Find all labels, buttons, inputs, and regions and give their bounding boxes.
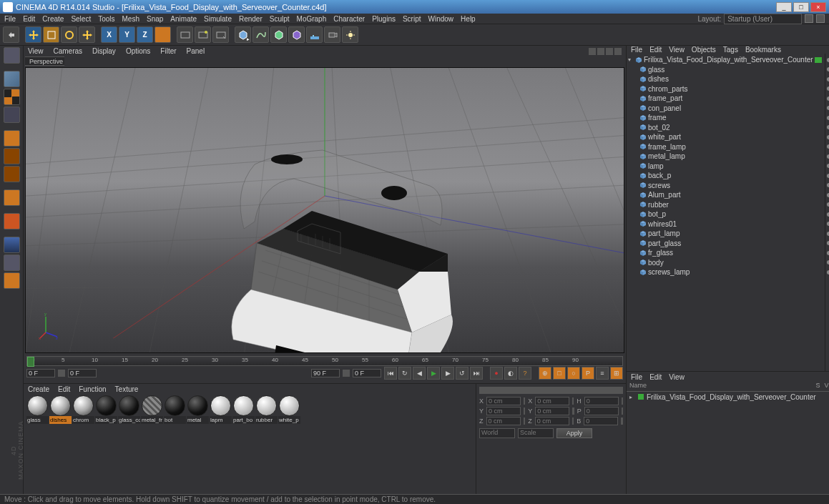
- viewport-3d[interactable]: y z x: [25, 67, 624, 353]
- key-pla-button[interactable]: ≡: [596, 367, 609, 380]
- menu-snap[interactable]: Snap: [147, 15, 163, 23]
- matmenu-function[interactable]: Function: [79, 385, 106, 393]
- menu-mesh[interactable]: Mesh: [122, 15, 139, 23]
- generator-button[interactable]: [270, 26, 287, 43]
- rotate-tool[interactable]: [61, 26, 77, 43]
- vis-dot[interactable]: [827, 116, 829, 120]
- vpmenu-cameras[interactable]: Cameras: [54, 47, 83, 55]
- vis-dot[interactable]: [827, 154, 829, 159]
- vp-nav-icon3[interactable]: [606, 48, 613, 55]
- timeline-slider2[interactable]: [343, 370, 350, 377]
- tree-item-part_lamp[interactable]: part_lamp: [627, 229, 825, 239]
- tree-item-rubber[interactable]: rubber: [627, 200, 825, 210]
- menu-create[interactable]: Create: [42, 15, 64, 23]
- polygon-mode-button[interactable]: [4, 166, 20, 182]
- vis-dot[interactable]: [827, 106, 829, 110]
- expand-icon[interactable]: ▸: [629, 394, 635, 400]
- timeline-start-input[interactable]: [26, 369, 55, 377]
- layout-icon1[interactable]: [805, 14, 813, 23]
- key-opts-button[interactable]: ⊞: [610, 367, 623, 380]
- tree-item-glass[interactable]: glass: [627, 65, 825, 75]
- rot-p-input[interactable]: [584, 407, 619, 415]
- expand-icon[interactable]: ▾: [628, 56, 634, 63]
- tree-item-Frilixa_Vista_Food_Display_with_Serveover_Counter[interactable]: ▾Frilixa_Vista_Food_Display_with_Serveov…: [627, 55, 825, 65]
- tree-item-back_p[interactable]: back_p: [627, 171, 825, 181]
- vp-nav-icon2[interactable]: [597, 48, 604, 55]
- vp-nav-icon1[interactable]: [589, 48, 596, 55]
- maximize-button[interactable]: □: [793, 2, 809, 12]
- menu-edit[interactable]: Edit: [23, 15, 35, 23]
- undo-button[interactable]: [3, 26, 19, 43]
- primitive-cube-button[interactable]: ▸: [235, 26, 251, 43]
- size-y-input[interactable]: [535, 407, 569, 415]
- goto-start-button[interactable]: ⏮: [384, 367, 397, 380]
- tree-item-white_part[interactable]: white_part: [627, 132, 825, 142]
- rot-h-input[interactable]: [584, 397, 619, 405]
- autokey-button[interactable]: ◐: [504, 367, 517, 380]
- vis-dot[interactable]: [827, 164, 829, 168]
- vis-dot[interactable]: [827, 202, 829, 207]
- render-settings-button[interactable]: [212, 26, 229, 43]
- planar-wp-button[interactable]: [4, 272, 20, 289]
- vis-dot[interactable]: [827, 241, 829, 245]
- prev-frame-button[interactable]: ◀: [413, 367, 426, 380]
- key-scale-button[interactable]: □: [553, 367, 566, 380]
- vis-dot[interactable]: [827, 251, 829, 255]
- menu-tools[interactable]: Tools: [98, 15, 114, 23]
- size-z-input[interactable]: [535, 417, 569, 425]
- material-glass[interactable]: glass: [26, 395, 49, 424]
- tree-item-metal_lamp[interactable]: metal_lamp: [627, 152, 825, 162]
- key-rot-button[interactable]: ○: [567, 367, 580, 380]
- key-pos-button[interactable]: ⊕: [539, 367, 551, 380]
- next-frame-button[interactable]: ▶: [441, 367, 454, 380]
- vpmenu-view[interactable]: View: [28, 47, 44, 55]
- coord-z-input[interactable]: [486, 417, 521, 425]
- timeline-curend-input[interactable]: [353, 369, 381, 377]
- matmenu-edit[interactable]: Edit: [58, 385, 70, 393]
- layout-dropdown[interactable]: Startup (User): [724, 14, 802, 24]
- tree-item-lamp[interactable]: lamp: [627, 162, 825, 172]
- vis-dot[interactable]: [827, 87, 829, 91]
- vis-dot[interactable]: [827, 67, 829, 71]
- keyhelp-button[interactable]: ?: [519, 367, 531, 380]
- environment-button[interactable]: [306, 26, 323, 43]
- play-button[interactable]: ▶: [427, 367, 440, 380]
- matmenu-texture[interactable]: Texture: [115, 385, 139, 393]
- apply-button[interactable]: Apply: [556, 428, 592, 438]
- menu-character[interactable]: Character: [333, 15, 365, 23]
- vis-dot[interactable]: [827, 77, 829, 81]
- timeline-slider[interactable]: [58, 370, 65, 377]
- vis-dot[interactable]: [827, 260, 829, 265]
- vis-dot[interactable]: [827, 270, 829, 275]
- scale-dropdown[interactable]: Scale: [518, 428, 554, 438]
- visibility-icon[interactable]: [815, 57, 822, 63]
- attrmenu-edit[interactable]: Edit: [649, 373, 662, 381]
- light-button[interactable]: [342, 26, 358, 43]
- material-white_p[interactable]: white_p: [278, 395, 300, 424]
- goto-end-button[interactable]: ⏭: [470, 367, 483, 380]
- vis-dot[interactable]: [827, 193, 829, 197]
- lock-x-tool[interactable]: X: [101, 26, 117, 43]
- tree-item-whires01[interactable]: whires01: [627, 219, 825, 229]
- attrmenu-view[interactable]: View: [669, 373, 685, 381]
- vis-dot[interactable]: [827, 144, 829, 149]
- objmenu-edit[interactable]: Edit: [649, 46, 662, 54]
- material-glass_co[interactable]: glass_co: [118, 395, 140, 424]
- attribute-row[interactable]: ▸ Frilixa_Vista_Food_Display_with_Serveo…: [627, 392, 829, 402]
- menu-mograph[interactable]: MoGraph: [297, 15, 327, 23]
- scale-tool[interactable]: [43, 26, 59, 43]
- tree-item-frame_part[interactable]: frame_part: [627, 94, 825, 104]
- render-pv-button[interactable]: [195, 26, 211, 43]
- menu-help[interactable]: Help: [461, 15, 476, 23]
- render-view-button[interactable]: [177, 26, 193, 43]
- timeline-ruler[interactable]: 051015202530354045505560657075808590: [26, 356, 623, 366]
- matmenu-create[interactable]: Create: [28, 385, 49, 393]
- goto-prevkey-button[interactable]: ↻: [398, 367, 411, 380]
- tree-item-part_glass[interactable]: part_glass: [627, 239, 825, 249]
- menu-window[interactable]: Window: [428, 15, 454, 23]
- rot-b-input[interactable]: [584, 417, 618, 425]
- tree-item-bot_02[interactable]: bot_02: [627, 123, 825, 133]
- material-bot[interactable]: bot: [164, 395, 186, 424]
- model-mode-button[interactable]: [4, 71, 20, 87]
- tree-item-screws[interactable]: screws: [627, 181, 825, 191]
